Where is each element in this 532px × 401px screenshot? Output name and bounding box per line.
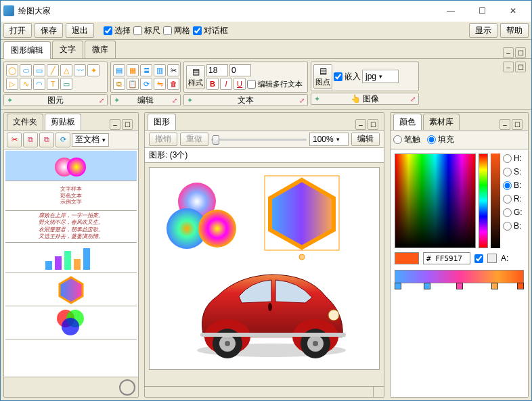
multiline-checkbox[interactable]: 编辑多行文本	[247, 79, 303, 89]
svg-marker-15	[270, 180, 334, 247]
grid-checkbox[interactable]: 网格	[163, 25, 190, 37]
content-area: 文件夹 剪贴板 –☐ ✂ ⧉ ⧉ ⟳ 至文档 文字样本彩色文本示例文字 腐败在上…	[1, 110, 531, 400]
shape-arc[interactable]: ◠	[33, 78, 45, 90]
zoom-slider[interactable]	[211, 135, 307, 144]
clip-item[interactable]	[5, 273, 137, 306]
shape-image[interactable]: ▭	[60, 78, 72, 90]
group-button[interactable]: ▦	[127, 64, 139, 76]
line-spacing-input[interactable]: 0	[229, 64, 251, 76]
underline-button[interactable]: U	[234, 78, 246, 90]
color-lock-checkbox[interactable]	[474, 254, 483, 263]
ruler-checkbox[interactable]: 标尺	[133, 25, 160, 37]
dialog-checkbox[interactable]: 对话框	[193, 25, 228, 37]
tab-canvas[interactable]: 图形	[148, 114, 176, 130]
tab-folder[interactable]: 文件夹	[7, 114, 43, 130]
clip-target-combo[interactable]: 至文档	[72, 133, 109, 147]
clip-paste-button[interactable]: ⧉	[39, 133, 54, 147]
color-field[interactable]	[395, 154, 476, 248]
paste-button[interactable]: 📋	[127, 78, 139, 90]
save-button[interactable]: 保存	[35, 23, 63, 38]
right-min-button[interactable]: –	[500, 119, 510, 130]
ribbon-minimize-button[interactable]: –	[503, 47, 514, 58]
redo-button[interactable]: 重做	[180, 133, 208, 146]
clip-refresh-button[interactable]: ⟳	[56, 133, 70, 147]
left-min-button[interactable]: –	[110, 119, 120, 130]
order-button[interactable]: ≣	[140, 64, 152, 76]
shape-triangle[interactable]: △	[60, 64, 72, 76]
fill-radio[interactable]: 填充	[427, 134, 454, 145]
mid-pop-button[interactable]: ☐	[368, 119, 378, 130]
help-button[interactable]: 帮助	[500, 23, 529, 38]
right-pop-button[interactable]: ☐	[512, 119, 523, 130]
style-button[interactable]: ▤样式	[186, 65, 205, 89]
tab-micro[interactable]: 微库	[85, 41, 116, 58]
clip-item[interactable]: 文字样本彩色文本示例文字	[5, 181, 137, 211]
tab-material[interactable]: 素材库	[423, 114, 460, 130]
bold-button[interactable]: B	[206, 78, 219, 90]
shape-ellipse[interactable]: ⬭	[20, 64, 32, 76]
embed-checkbox[interactable]: 嵌入	[334, 71, 361, 82]
canvas-edit-button[interactable]: 编辑	[351, 133, 380, 146]
show-button[interactable]: 显示	[469, 23, 497, 38]
hue-slider[interactable]	[479, 154, 488, 248]
gradient-editor[interactable]	[395, 270, 524, 283]
anchor-button[interactable]: ▤图点	[313, 64, 332, 89]
ribbon-popout-button[interactable]: ☐	[515, 62, 526, 72]
cut-button[interactable]: ✂	[167, 64, 179, 76]
value-slider[interactable]	[491, 154, 500, 248]
clip-item[interactable]	[5, 151, 137, 181]
clip-item[interactable]: 腐败在上岸，一字一拍案。野火烧不尽，春风吹又生。衣冠楚楚君，朝奉趋蛮歌。又选王孙…	[5, 211, 137, 243]
shape-pointer[interactable]: ▷	[6, 78, 18, 90]
exit-button[interactable]: 退出	[66, 23, 94, 38]
tab-shape-edit[interactable]: 图形编辑	[3, 41, 51, 59]
lock-button[interactable]: ▥	[154, 64, 166, 76]
maximize-button[interactable]: ☐	[466, 1, 497, 21]
flip-button[interactable]: ⇋	[154, 78, 166, 90]
minimize-button[interactable]: —	[435, 1, 466, 21]
image-format-combo[interactable]: jpg	[362, 70, 399, 83]
zoom-combo[interactable]: 100%	[309, 133, 349, 146]
shape-text[interactable]: T	[47, 78, 59, 90]
clip-copy-button[interactable]: ⧉	[23, 133, 38, 147]
clip-record-button[interactable]	[119, 379, 135, 396]
shape-polyline[interactable]: 〰	[74, 64, 86, 76]
clip-cut-button[interactable]: ✂	[7, 133, 22, 147]
rotate-button[interactable]: ⟳	[140, 78, 152, 90]
tab-clipboard[interactable]: 剪贴板	[45, 114, 81, 130]
copy-button[interactable]: ⧉	[113, 78, 125, 90]
tab-text[interactable]: 文字	[52, 41, 83, 58]
shape-rect[interactable]: ▭	[33, 64, 45, 76]
app-window: 绘图大家 — ☐ ✕ 打开 保存 退出 选择 标尺 网格 对话框 显示 帮助 图…	[0, 0, 532, 401]
hex-input[interactable]: # FF5917	[423, 252, 470, 264]
ribbon-group-text: ▤样式 18 0 B I U 编辑多行文本 ✦文本⤢	[183, 62, 308, 106]
undo-button[interactable]: 撤销	[149, 133, 177, 146]
italic-button[interactable]: I	[220, 78, 232, 90]
expand-icon[interactable]: ⤢	[299, 97, 305, 104]
svg-point-22	[225, 341, 230, 346]
left-pop-button[interactable]: ☐	[122, 119, 133, 130]
brush-radio[interactable]: 笔触	[393, 134, 420, 145]
ribbon-restore-button[interactable]: ☐	[515, 47, 526, 58]
font-size-input[interactable]: 18	[206, 64, 228, 76]
close-button[interactable]: ✕	[497, 1, 529, 21]
shape-star[interactable]: ✦	[87, 64, 99, 76]
current-color-swatch[interactable]	[395, 252, 419, 264]
delete-button[interactable]: 🗑	[167, 78, 179, 90]
clip-item[interactable]	[5, 243, 137, 273]
shape-wave[interactable]: ∿	[20, 78, 32, 90]
tab-color[interactable]: 颜色	[393, 114, 422, 130]
svg-rect-5	[74, 259, 81, 270]
align-button[interactable]: ▤	[113, 64, 125, 76]
shape-circle[interactable]: ◯	[6, 64, 18, 76]
clip-item[interactable]	[5, 306, 137, 339]
prev-color-swatch[interactable]	[487, 254, 497, 263]
expand-icon[interactable]: ⤢	[410, 95, 416, 103]
select-checkbox[interactable]: 选择	[104, 25, 131, 37]
expand-icon[interactable]: ⤢	[172, 97, 177, 104]
shape-line[interactable]: ╱	[47, 64, 59, 76]
expand-icon[interactable]: ⤢	[99, 97, 104, 104]
ribbon-collapse-button[interactable]: –	[503, 62, 514, 72]
open-button[interactable]: 打开	[3, 23, 32, 38]
mid-min-button[interactable]: –	[355, 119, 366, 130]
canvas[interactable]	[149, 167, 380, 370]
